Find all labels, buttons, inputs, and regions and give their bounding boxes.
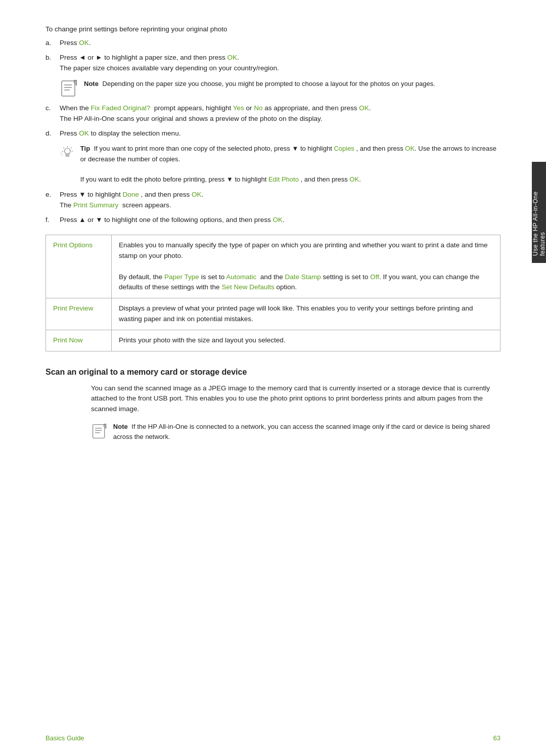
step-a: a. Press OK.	[46, 38, 500, 49]
svg-rect-19	[93, 425, 105, 438]
tip-sub-text-1: If you want to edit the photo before pri…	[80, 175, 361, 183]
section2-body: You can send the scanned image as a JPEG…	[91, 383, 500, 442]
svg-rect-0	[62, 81, 75, 96]
note-box-1: Note Depending on the paper size you cho…	[60, 79, 500, 98]
ok-green-b: OK	[227, 54, 237, 61]
footer-right: 63	[493, 734, 500, 742]
svg-line-10	[71, 148, 72, 149]
desc-print-options: Enables you to manually specify the type…	[112, 235, 500, 298]
section2-heading: Scan an original to a memory card or sto…	[46, 367, 500, 378]
step-e: e. Press ▼ to highlight Done , and then …	[46, 190, 500, 211]
note-label-1: Note	[84, 80, 99, 87]
svg-marker-4	[74, 80, 77, 86]
off-green: Off	[370, 273, 379, 281]
tip-box-1: Tip If you want to print more than one c…	[60, 144, 500, 185]
set-new-defaults-green: Set New Defaults	[221, 283, 274, 291]
svg-point-8	[65, 149, 70, 154]
step-c-list: c. When the Fix Faded Original? prompt a…	[46, 103, 500, 124]
option-print-now: Print Now	[46, 330, 112, 351]
footer-left: Basics Guide	[46, 734, 84, 742]
side-tab: Use the HP All-in-One features	[532, 162, 546, 263]
ok-green: OK	[79, 39, 89, 47]
ok-green-d: OK	[79, 129, 89, 137]
step-d-list: d. Press OK to display the selection men…	[46, 128, 500, 139]
section2-body-text: You can send the scanned image as a JPEG…	[91, 383, 500, 415]
svg-line-17	[61, 155, 62, 156]
tip-text-1: If you want to print more than one copy …	[80, 145, 496, 162]
step-b: b. Press ◄ or ► to highlight a paper siz…	[46, 53, 500, 74]
fix-faded: Fix Faded Original?	[91, 104, 151, 112]
page-content: To change print settings before reprinti…	[0, 0, 546, 487]
print-summary-green: Print Summary	[73, 201, 118, 209]
ok-green-f: OK	[272, 216, 283, 224]
steps-list: a. Press OK. b. Press ◄ or ► to highligh…	[46, 38, 500, 74]
svg-marker-23	[104, 424, 106, 429]
yes-green: Yes	[233, 104, 244, 112]
page-footer: Basics Guide 63	[0, 734, 546, 742]
ok-green-e: OK	[192, 191, 202, 198]
ok-green-tip1b: OK	[349, 175, 359, 183]
note-text-2: If the HP All-in-One is connected to a n…	[113, 423, 490, 440]
note-label-2: Note	[113, 423, 128, 430]
note-icon-2	[91, 422, 108, 441]
no-green: No	[254, 104, 262, 112]
tip-icon-1	[60, 144, 75, 163]
desc-print-preview: Displays a preview of what your printed …	[112, 298, 500, 330]
intro-text: To change print settings before reprinti…	[46, 24, 500, 35]
ok-green-tip1: OK	[405, 145, 415, 152]
step-d: d. Press OK to display the selection men…	[46, 128, 500, 139]
option-print-options: Print Options	[46, 235, 112, 298]
automatic-green: Automatic	[226, 273, 256, 281]
edit-photo-green: Edit Photo	[268, 175, 299, 183]
table-row-print-options: Print Options Enables you to manually sp…	[46, 235, 500, 298]
step-e-list: e. Press ▼ to highlight Done , and then …	[46, 190, 500, 226]
done-green: Done	[122, 191, 139, 198]
options-table: Print Options Enables you to manually sp…	[46, 235, 500, 351]
note-text-1: Depending on the paper size you choose, …	[103, 80, 435, 87]
svg-line-11	[63, 148, 64, 149]
step-f: f. Press ▲ or ▼ to highlight one of the …	[46, 215, 500, 226]
note-icon-1	[60, 79, 79, 98]
tip-label-1: Tip	[80, 145, 90, 152]
paper-type-green: Paper Type	[164, 273, 199, 281]
date-stamp-green: Date Stamp	[285, 273, 321, 281]
desc-print-now: Prints your photo with the size and layo…	[112, 330, 500, 351]
ok-green-c: OK	[359, 104, 369, 112]
option-print-preview: Print Preview	[46, 298, 112, 330]
step-c: c. When the Fix Faded Original? prompt a…	[46, 103, 500, 124]
copies-green: Copies	[334, 145, 354, 152]
table-row-print-preview: Print Preview Displays a preview of what…	[46, 298, 500, 330]
note-box-2: Note If the HP All-in-One is connected t…	[91, 422, 500, 441]
table-row-print-now: Print Now Prints your photo with the siz…	[46, 330, 500, 351]
